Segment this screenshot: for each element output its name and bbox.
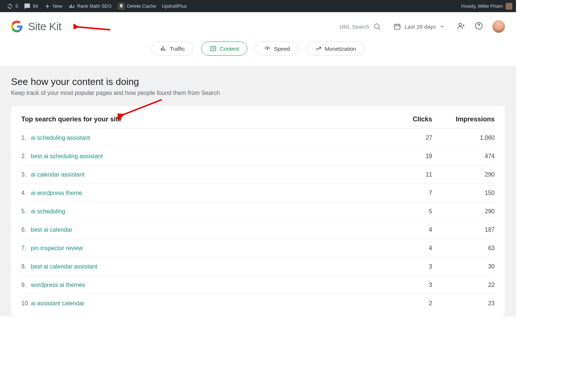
query-link[interactable]: ai calendar assistant (31, 171, 85, 178)
query-link[interactable]: ai scheduling (31, 208, 65, 214)
clicks-value: 4 (370, 245, 432, 252)
impressions-value: 474 (432, 153, 495, 160)
list-icon (210, 45, 216, 52)
svg-rect-14 (164, 49, 165, 51)
impressions-value: 290 (432, 171, 495, 178)
row-index: 1. (21, 135, 31, 141)
row-index: 6. (21, 227, 31, 233)
tab-speed-label: Speed (274, 46, 290, 52)
clicks-value: 3 (370, 263, 432, 270)
svg-rect-3 (394, 24, 400, 29)
row-index: 5. (21, 208, 31, 215)
admin-avatar[interactable] (506, 3, 512, 10)
table-row: 3.ai calendar assistant11290 (21, 166, 495, 184)
tab-content[interactable]: Content (201, 42, 248, 56)
url-search[interactable]: URL Search (340, 22, 381, 31)
query-link[interactable]: best ai calendar (31, 227, 72, 233)
impressions-value: 187 (432, 227, 495, 233)
search-icon (373, 22, 381, 31)
query-link[interactable]: best ai scheduling assistant (31, 153, 103, 159)
gauge-icon (264, 45, 270, 52)
admin-comments[interactable]: 94 (21, 0, 41, 12)
tab-traffic-label: Traffic (170, 46, 185, 52)
query-link[interactable]: wordpress ai themes (31, 282, 85, 288)
impressions-value: 63 (432, 245, 495, 252)
refresh-count: 5 (15, 3, 18, 9)
dashboard-tabs: Traffic Content Speed Monetization (0, 36, 516, 66)
query-link[interactable]: pin inspector review (31, 245, 83, 251)
row-index: 3. (21, 171, 31, 178)
query-link[interactable]: best ai calendar assistant (31, 263, 97, 270)
comment-icon (24, 3, 31, 10)
svg-point-7 (459, 23, 462, 26)
tab-content-label: Content (220, 46, 239, 52)
clicks-value: 27 (370, 135, 432, 141)
table-row: 6.best ai calendar4187 (21, 221, 495, 239)
calendar-icon (394, 23, 401, 30)
howdy-text[interactable]: Howdy, Millie Pham (461, 3, 503, 9)
impressions-value: 23 (432, 300, 495, 307)
updraft-label: UpdraftPlus (162, 3, 187, 9)
user-avatar[interactable] (492, 20, 505, 33)
svg-point-1 (374, 24, 379, 29)
table-row: 2.best ai scheduling assistant19474 (21, 147, 495, 166)
rankmath-label: Rank Math SEO (77, 3, 112, 9)
impressions-value: 30 (432, 263, 495, 270)
admin-rankmath[interactable]: Rank Math SEO (65, 0, 115, 12)
admin-updraft[interactable]: UpdraftPlus (159, 0, 190, 12)
svg-rect-12 (161, 48, 162, 51)
bars-icon (68, 3, 75, 10)
section-title: See how your content is doing (11, 76, 505, 88)
help-button[interactable] (475, 22, 483, 31)
row-index: 10. (21, 300, 31, 307)
admin-refresh[interactable]: 5 (4, 0, 21, 12)
table-row: 4.ai wordpress theme7150 (21, 184, 495, 202)
tab-monetization-label: Monetization (325, 46, 356, 52)
svg-line-2 (379, 28, 380, 29)
clicks-value: 19 (370, 153, 432, 160)
query-link[interactable]: ai assistant calendar (31, 300, 85, 306)
row-index: 9. (21, 282, 31, 288)
clicks-value: 3 (370, 282, 432, 288)
impressions-value: 1,060 (432, 135, 495, 141)
query-link[interactable]: ai wordpress theme (31, 190, 82, 196)
tab-speed[interactable]: Speed (255, 42, 298, 56)
trend-up-icon (315, 45, 322, 52)
admin-new[interactable]: New (41, 0, 65, 12)
query-link[interactable]: ai scheduling assistant (31, 135, 90, 141)
tab-traffic[interactable]: Traffic (151, 42, 193, 56)
table-row: 9.wordpress ai themes322 (21, 276, 495, 294)
wp-admin-bar: 5 94 New Rank Math SEO Delete Cache Updr… (0, 0, 516, 12)
annotation-arrow-logo (74, 23, 114, 34)
google-g-icon (11, 21, 23, 32)
url-search-label: URL Search (340, 24, 369, 30)
sitekit-logo: Site Kit (11, 20, 61, 33)
admin-deletecache[interactable]: Delete Cache (115, 0, 159, 12)
top-queries-card: Top search queries for your site Clicks … (11, 106, 505, 316)
deletecache-label: Delete Cache (127, 3, 156, 9)
table-row: 10.ai assistant calendar223 (21, 294, 495, 313)
tab-monetization[interactable]: Monetization (306, 42, 365, 56)
clicks-value: 5 (370, 208, 432, 215)
card-title: Top search queries for your site (21, 116, 370, 123)
content-section: See how your content is doing Keep track… (0, 66, 516, 316)
table-row: 8.best ai calendar assistant330 (21, 257, 495, 276)
refresh-icon (7, 3, 13, 10)
table-row: 7.pin inspector review463 (21, 239, 495, 257)
row-index: 8. (21, 263, 31, 270)
bars-icon (160, 45, 166, 52)
date-range-picker[interactable]: Last 28 days (391, 21, 448, 32)
col-clicks-header: Clicks (370, 116, 432, 123)
clicks-value: 11 (370, 171, 432, 178)
table-rows: 1.ai scheduling assistant271,0602.best a… (21, 129, 495, 313)
row-index: 4. (21, 190, 31, 196)
new-label: New (53, 3, 62, 9)
plus-icon (44, 3, 51, 10)
svg-point-21 (267, 49, 268, 49)
chevron-down-icon (440, 24, 445, 29)
comments-count: 94 (33, 3, 38, 9)
add-user-button[interactable] (457, 22, 465, 31)
svg-line-0 (76, 27, 110, 30)
sitekit-header: Site Kit URL Search Last 28 days (0, 12, 516, 36)
section-subtitle: Keep track of your most popular pages an… (11, 90, 505, 96)
